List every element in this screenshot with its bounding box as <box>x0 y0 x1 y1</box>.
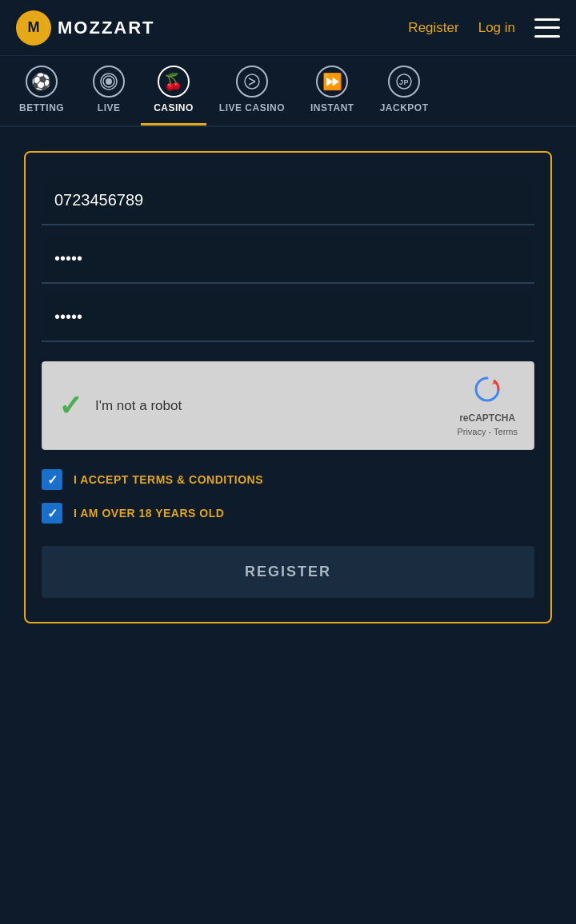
privacy-link[interactable]: Privacy <box>457 427 486 436</box>
nav-label-casino: CASINO <box>154 102 194 114</box>
password-input[interactable] <box>42 235 534 284</box>
recaptcha-right: reCAPTCHA Privacy - Terms <box>457 375 518 436</box>
login-button[interactable]: Log in <box>478 20 515 36</box>
age-label: I AM OVER 18 YEARS OLD <box>74 507 224 520</box>
age-checkbox[interactable]: ✓ <box>42 503 62 524</box>
recaptcha-logo-icon <box>473 375 502 409</box>
terms-checkbox[interactable]: ✓ <box>42 469 62 490</box>
recaptcha-label: I'm not a robot <box>95 398 182 414</box>
recaptcha-widget[interactable]: ✓ I'm not a robot reCAPTCHA Privacy - Te… <box>42 361 534 450</box>
nav-bar: ⚽ BETTING LIVE 🍒 CASINO LIVE CASINO ⏩ IN… <box>0 56 576 127</box>
logo-text: MOZZART <box>58 18 155 38</box>
nav-item-casino[interactable]: 🍒 CASINO <box>141 56 206 125</box>
top-actions: Register Log in <box>408 18 560 38</box>
svg-point-3 <box>245 74 259 89</box>
live-icon <box>93 66 125 98</box>
nav-label-betting: BETTING <box>19 102 64 114</box>
age-checkbox-row: ✓ I AM OVER 18 YEARS OLD <box>42 503 534 524</box>
terms-link[interactable]: Terms <box>494 427 518 436</box>
age-check-icon: ✓ <box>47 506 58 521</box>
nav-item-instant[interactable]: ⏩ INSTANT <box>298 56 367 125</box>
recaptcha-checkmark-icon: ✓ <box>58 389 82 423</box>
nav-label-live-casino: LIVE CASINO <box>219 102 285 114</box>
instant-icon: ⏩ <box>316 66 348 98</box>
logo-area: M MOZZART <box>16 10 155 46</box>
nav-item-live-casino[interactable]: LIVE CASINO <box>206 56 298 125</box>
nav-label-instant: INSTANT <box>310 102 354 114</box>
terms-label: I ACCEPT TERMS & CONDITIONS <box>74 473 263 486</box>
logo-icon: M <box>16 10 51 46</box>
register-button[interactable]: Register <box>408 20 458 36</box>
phone-input[interactable] <box>42 177 534 225</box>
live-casino-icon <box>236 66 268 98</box>
terms-checkbox-row: ✓ I ACCEPT TERMS & CONDITIONS <box>42 469 534 490</box>
main-content: ✓ I'm not a robot reCAPTCHA Privacy - Te… <box>0 127 576 647</box>
recaptcha-brand-label: reCAPTCHA <box>459 412 515 424</box>
svg-line-4 <box>249 78 255 82</box>
nav-item-jackpot[interactable]: JP JACKPOT <box>367 56 442 125</box>
betting-icon: ⚽ <box>26 66 58 98</box>
nav-label-jackpot: JACKPOT <box>380 102 429 114</box>
jackpot-icon: JP <box>388 66 420 98</box>
svg-line-5 <box>249 82 255 85</box>
nav-item-betting[interactable]: ⚽ BETTING <box>6 56 77 125</box>
svg-point-0 <box>106 78 112 85</box>
nav-item-live[interactable]: LIVE <box>77 56 141 125</box>
nav-label-live: LIVE <box>98 102 121 114</box>
terms-check-icon: ✓ <box>47 472 58 488</box>
registration-form-card: ✓ I'm not a robot reCAPTCHA Privacy - Te… <box>24 151 552 623</box>
recaptcha-links: Privacy - Terms <box>457 427 518 436</box>
recaptcha-dash: - <box>489 427 492 436</box>
register-submit-button[interactable]: REGISTER <box>42 546 534 598</box>
top-bar: M MOZZART Register Log in <box>0 0 576 56</box>
casino-icon: 🍒 <box>158 66 190 98</box>
confirm-password-input[interactable] <box>42 293 534 342</box>
recaptcha-left: ✓ I'm not a robot <box>58 389 182 423</box>
hamburger-menu[interactable] <box>534 18 560 38</box>
svg-text:JP: JP <box>399 78 409 86</box>
